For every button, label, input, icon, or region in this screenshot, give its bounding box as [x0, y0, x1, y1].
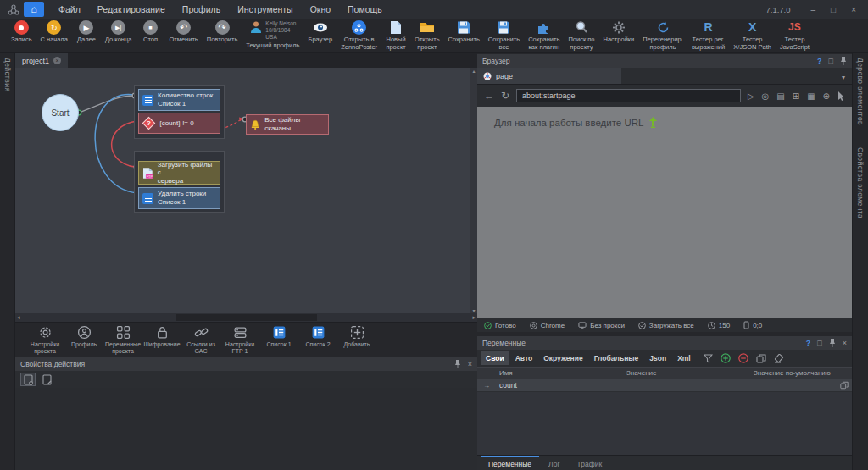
node-download-ftp[interactable]: FTP Загрузить файлы с сервера	[138, 161, 220, 185]
copy-row-icon[interactable]	[840, 381, 852, 390]
bottom-tab-variables[interactable]: Переменные	[481, 456, 539, 470]
save-as-plugin-button[interactable]: Сохранить как плагин	[524, 20, 564, 51]
elements-tree-rail[interactable]: Дерево элементов	[856, 58, 865, 125]
status-proxy[interactable]: Без прокси	[578, 322, 625, 329]
status-engine[interactable]: Chrome	[530, 322, 565, 329]
node-alert[interactable]: Все файлы скачаны	[246, 114, 329, 135]
settings-button[interactable]: Настройки	[599, 20, 639, 44]
redo-button[interactable]: ↷ Повторить	[203, 20, 242, 44]
current-profile-button[interactable]: Kelly Nelson 10/8/1984 USA Текущий профи…	[242, 20, 303, 50]
col-value[interactable]: Значение	[623, 369, 750, 377]
stop-button[interactable]: ■ Стоп	[136, 20, 164, 44]
canvas-vertical-scrollbar[interactable]: ▴ ▾	[470, 68, 477, 313]
menu-profile[interactable]: Профиль	[175, 2, 228, 17]
pin-icon[interactable]	[840, 57, 847, 65]
vars-tab-own[interactable]: Свои	[481, 351, 509, 365]
browser-tab-page[interactable]: page	[477, 68, 621, 84]
vars-tab-xml[interactable]: Xml	[672, 351, 696, 365]
close-panel-icon[interactable]: ×	[843, 339, 847, 347]
status-load-mode[interactable]: Загружать все	[638, 322, 694, 329]
eraser-icon[interactable]	[774, 354, 784, 363]
vars-tab-global[interactable]: Глобальные	[589, 351, 644, 365]
run-to-end-button[interactable]: ▶| До конца	[101, 20, 136, 44]
pin-icon[interactable]	[829, 339, 836, 347]
status-coords[interactable]: 0;0	[743, 321, 762, 329]
search-project-button[interactable]: Поиск по проекту	[564, 20, 598, 51]
save-all-button[interactable]: Сохранить все	[484, 20, 524, 51]
tab-close-icon[interactable]: ×	[53, 57, 61, 64]
page-source-icon[interactable]: ▤	[776, 91, 784, 101]
help-icon[interactable]: ?	[806, 339, 811, 347]
tab-gac-references[interactable]: Ссылки из GAC	[181, 325, 220, 356]
node-count-rows[interactable]: Количество строк Список 1	[138, 89, 220, 111]
vars-tab-json[interactable]: Json	[644, 351, 671, 365]
step-next-button[interactable]: ▶ Далее	[72, 20, 101, 44]
js-tester-button[interactable]: JS Тестер JavaScript	[776, 20, 814, 51]
close-panel-icon[interactable]: ×	[468, 360, 472, 368]
doc-settings-icon[interactable]	[20, 373, 36, 386]
layers-icon[interactable]: ⊞	[793, 91, 799, 101]
canvas-horizontal-scrollbar[interactable]: ◂ ▸	[15, 313, 477, 322]
tab-list2[interactable]: Список 2	[298, 325, 337, 348]
variables-table-body[interactable]	[477, 392, 852, 455]
add-section-button[interactable]: Добавить	[337, 325, 376, 348]
vars-tab-environment[interactable]: Окружение	[538, 351, 588, 365]
record-button[interactable]: Запись	[7, 20, 36, 44]
variable-row-count[interactable]: → count	[477, 379, 852, 392]
menu-edit[interactable]: Редактирование	[90, 2, 173, 17]
home-button[interactable]: ⌂	[24, 2, 44, 17]
bottom-tab-log[interactable]: Лог	[541, 456, 567, 470]
cursor-icon[interactable]	[837, 91, 845, 101]
node-condition[interactable]: ? {count} != 0	[138, 113, 220, 134]
tab-list-caret-icon[interactable]: ▾	[842, 74, 852, 84]
browser-viewport[interactable]: Для начала работы введите URL	[477, 107, 852, 318]
help-icon[interactable]: ?	[817, 57, 822, 65]
menu-window[interactable]: Окно	[303, 2, 338, 17]
globe-icon[interactable]: ⊕	[823, 91, 830, 101]
node-delete-rows[interactable]: Удалить строки Список 1	[138, 187, 220, 209]
refresh-icon[interactable]: ↻	[501, 90, 509, 102]
url-input[interactable]	[516, 89, 741, 102]
menu-help[interactable]: Помощь	[340, 2, 390, 17]
menu-tools[interactable]: Инструменты	[230, 2, 300, 17]
maximize-panel-icon[interactable]: □	[829, 57, 833, 65]
scroll-right-icon[interactable]: ▸	[472, 314, 476, 321]
tab-ftp-settings[interactable]: Настройки FTP 1	[220, 325, 259, 356]
undo-button[interactable]: ↶ Отменить	[164, 20, 202, 44]
run-icon[interactable]: ▷	[748, 91, 754, 101]
col-name[interactable]: Имя	[496, 369, 623, 377]
maximize-panel-icon[interactable]: □	[817, 339, 821, 347]
pin-icon[interactable]	[454, 360, 461, 368]
close-button[interactable]: ×	[844, 3, 863, 16]
status-timeout[interactable]: 150	[708, 322, 730, 329]
add-variable-icon[interactable]	[721, 353, 731, 363]
minimize-button[interactable]: –	[804, 3, 823, 16]
tab-project-settings[interactable]: Настройки проекта	[25, 325, 64, 356]
regex-tester-button[interactable]: R Тестер рег. выражений	[687, 20, 729, 51]
menu-file[interactable]: Файл	[51, 2, 88, 17]
tab-encryption[interactable]: Шифрование	[142, 325, 181, 348]
save-button[interactable]: Сохранить	[444, 20, 484, 44]
actions-rail[interactable]: Действия	[0, 53, 15, 470]
start-node[interactable]: Start	[42, 94, 79, 131]
maximize-button[interactable]: □	[824, 3, 843, 16]
target-icon[interactable]: ◎	[762, 91, 770, 101]
tab-profile[interactable]: Профиль	[64, 325, 103, 348]
col-default[interactable]: Значение по-умолчанию	[750, 369, 852, 377]
scroll-down-icon[interactable]: ▾	[472, 307, 475, 313]
tab-project-variables[interactable]: Переменные проекта	[103, 325, 142, 356]
element-properties-rail[interactable]: Свойства элемента	[856, 147, 865, 218]
scroll-up-icon[interactable]: ▴	[472, 68, 475, 74]
filter-icon[interactable]	[704, 354, 713, 363]
regenerate-profile-button[interactable]: Перегенерир. профиль	[638, 20, 687, 51]
tab-project1[interactable]: project1 ×	[15, 53, 68, 68]
new-project-button[interactable]: Новый проект	[381, 20, 410, 51]
open-in-zennoposter-button[interactable]: Открыть в ZennoPoster	[337, 20, 381, 51]
scroll-left-icon[interactable]: ◂	[17, 314, 20, 321]
open-project-button[interactable]: Открыть проект	[410, 20, 443, 51]
remove-variable-icon[interactable]	[738, 353, 748, 363]
bottom-tab-traffic[interactable]: Трафик	[570, 456, 610, 470]
variable-name[interactable]: count	[496, 381, 623, 390]
restart-button[interactable]: ↻ С начала	[36, 20, 72, 44]
copy-icon[interactable]	[756, 354, 766, 363]
